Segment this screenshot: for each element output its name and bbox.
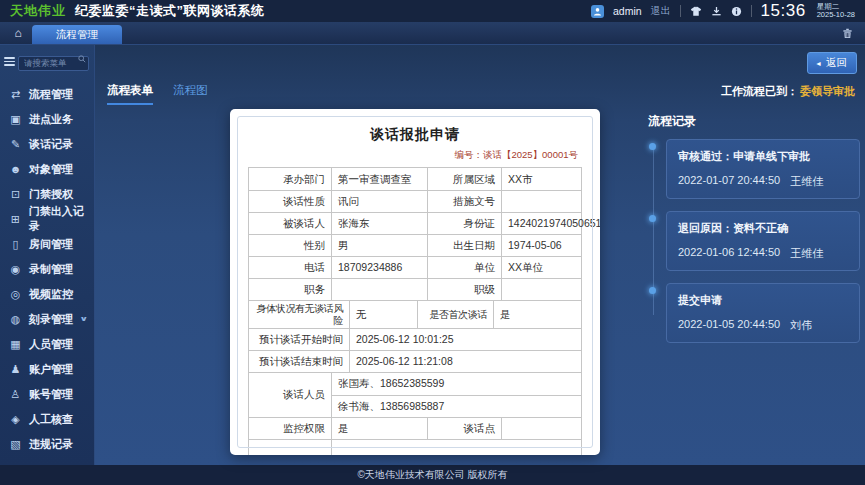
back-button[interactable]: ◄ 返回 xyxy=(807,52,857,74)
sidebar-item-violation-records[interactable]: ▧违规记录 xyxy=(0,432,94,457)
record-operator: 王维佳 xyxy=(790,246,823,261)
content-header: ◄ 返回 xyxy=(95,45,865,77)
sidebar-item-label: 账户管理 xyxy=(29,362,73,377)
sidebar-item-video-surveillance[interactable]: ◎视频监控 xyxy=(0,282,94,307)
system-title: 纪委监委“走读式”联网谈话系统 xyxy=(75,2,265,20)
search-icon xyxy=(78,55,86,63)
sidebar-item-account-number-management[interactable]: ♙账号管理 xyxy=(0,382,94,407)
divider xyxy=(751,5,752,17)
form-cell-label: 预计谈话结束时间 xyxy=(249,351,349,372)
table-row: 职务职级 xyxy=(249,278,581,300)
form-cell-value xyxy=(501,418,581,439)
username[interactable]: admin xyxy=(613,5,642,17)
sidebar-search-row xyxy=(0,45,94,79)
form-cell-label: 谈话人员 xyxy=(249,373,331,417)
header-right: admin 退出 15:36 星期二 2025-10-28 xyxy=(591,1,855,21)
chevron-down-icon: ∨ xyxy=(80,315,89,323)
app-window: 天地伟业 纪委监委“走读式”联网谈话系统 admin 退出 15:36 星期二 … xyxy=(0,0,865,485)
tab-process-management[interactable]: 流程管理 xyxy=(32,25,122,44)
form-cell-label: 措施文号 xyxy=(427,191,501,212)
divider xyxy=(680,5,681,17)
sidebar-item-access-in-out-records[interactable]: ⊞门禁出入记录 xyxy=(0,207,94,232)
process-record-card: 提交申请2022-01-05 20:44:50刘伟 xyxy=(666,283,860,343)
tab-process-form[interactable]: 流程表单 xyxy=(107,83,153,105)
form-cell-values: 张国寿、18652385599徐书海、13856985887 xyxy=(331,373,581,417)
clear-tabs-trash-icon[interactable] xyxy=(842,28,853,39)
sidebar-item-recording-management[interactable]: ◉录制管理 xyxy=(0,257,94,282)
form-cell-value xyxy=(249,440,331,455)
sidebar-item-label: 人工核查 xyxy=(29,412,73,427)
table-row: 监控权限是谈话点 xyxy=(249,417,581,439)
sidebar-item-label: 账号管理 xyxy=(29,387,73,402)
form-cell-value: 徐书海、13856985887 xyxy=(332,395,581,417)
copyright-text: ©天地伟业技术有限公司 版权所有 xyxy=(357,468,507,482)
sidebar-item-entry-business[interactable]: ▣进点业务 xyxy=(0,107,94,132)
process-record-list: 审核通过：申请单线下审批2022-01-07 20:44:50王维佳退回原因：资… xyxy=(648,139,860,343)
form-cell-label: 承办部门 xyxy=(249,168,331,190)
sidebar-item-disc-burning-management[interactable]: ◍刻录管理∨ xyxy=(0,307,94,332)
record-text: 退回原因：资料不正确 xyxy=(678,221,848,236)
form-cell-value: XX市 xyxy=(501,168,581,190)
sidebar-item-interview-records[interactable]: ✎谈话记录 xyxy=(0,132,94,157)
sidebar-item-personnel-management[interactable]: ▦人员管理 xyxy=(0,332,94,357)
record-time: 2022-01-06 12:44:50 xyxy=(678,246,780,261)
table-row: 承办部门第一审查调查室所属区域XX市 xyxy=(249,168,581,190)
collapse-menu-icon[interactable] xyxy=(4,57,15,66)
table-row: 预计谈话开始时间2025-06-12 10:01:25 xyxy=(249,328,581,350)
disc-burning-management-icon: ◍ xyxy=(9,313,22,326)
form-cell-label: 被谈话人 xyxy=(249,213,331,234)
video-surveillance-icon: ◎ xyxy=(9,288,22,301)
workflow-label: 工作流程已到： xyxy=(721,85,798,97)
timeline-dot-icon xyxy=(649,143,656,150)
violation-records-icon: ▧ xyxy=(9,438,22,451)
tab-process-diagram[interactable]: 流程图 xyxy=(173,83,208,105)
interview-approval-form: 谈话报批申请 编号：谈话【2025】00001号 承办部门第一审查调查室所属区域… xyxy=(230,109,600,455)
user-avatar-icon xyxy=(591,5,604,18)
process-record-title: 流程记录 xyxy=(648,113,860,130)
account-management-icon: ♟ xyxy=(9,363,22,376)
record-meta: 2022-01-05 20:44:50刘伟 xyxy=(678,318,848,333)
download-icon[interactable] xyxy=(711,6,722,17)
sidebar-item-label: 录制管理 xyxy=(29,262,73,277)
form-cell-label: 性别 xyxy=(249,235,331,256)
sidebar-item-subject-management[interactable]: ☻对象管理 xyxy=(0,157,94,182)
form-cell-value: 18709234886 xyxy=(331,257,427,278)
form-cell-value: 第一审查调查室 xyxy=(331,168,427,190)
record-text: 审核通过：申请单线下审批 xyxy=(678,149,848,164)
table-row: 性别男出生日期1974-05-06 xyxy=(249,234,581,256)
info-icon[interactable] xyxy=(731,6,742,17)
view-tabs: 流程表单 流程图 xyxy=(107,83,208,105)
access-in-out-records-icon: ⊞ xyxy=(9,213,22,226)
logout-link[interactable]: 退出 xyxy=(651,4,671,18)
form-cell-label: 身体状况有无谈话风险 xyxy=(249,301,349,328)
theme-shirt-icon[interactable] xyxy=(690,6,702,17)
form-cell-value: 1974-05-06 xyxy=(501,235,581,256)
form-title: 谈话报批申请 xyxy=(230,126,600,144)
personnel-management-icon: ▦ xyxy=(9,338,22,351)
timeline-dot-icon xyxy=(649,215,656,222)
sidebar-item-access-authorization[interactable]: ⊡门禁授权 xyxy=(0,182,94,207)
home-icon[interactable]: ⌂ xyxy=(6,22,30,44)
sidebar-item-label: 房间管理 xyxy=(29,237,73,252)
form-cell-value: 是 xyxy=(493,301,581,328)
sidebar-item-room-management[interactable]: ▯房间管理 xyxy=(0,232,94,257)
form-cell-value: 是 xyxy=(331,418,427,439)
form-cell-label: 谈话性质 xyxy=(249,191,331,212)
form-cell-label: 单位 xyxy=(427,257,501,278)
table-row: 被谈话人张海东身份证142402197405065122 xyxy=(249,212,581,234)
process-record-panel: 流程记录 审核通过：申请单线下审批2022-01-07 20:44:50王维佳退… xyxy=(648,113,860,465)
room-management-icon: ▯ xyxy=(9,238,22,251)
table-row: 电话18709234886单位XX单位 xyxy=(249,256,581,278)
sidebar-item-account-management[interactable]: ♟账户管理 xyxy=(0,357,94,382)
form-cell-value: 张海东 xyxy=(331,213,427,234)
sidebar: ⇄流程管理▣进点业务✎谈话记录☻对象管理⊡门禁授权⊞门禁出入记录▯房间管理◉录制… xyxy=(0,45,95,465)
table-row: 预计谈话结束时间2025-06-12 11:21:08 xyxy=(249,350,581,372)
process-record: 退回原因：资料不正确2022-01-06 12:44:50王维佳 xyxy=(666,211,860,271)
form-cell-value: 2025-06-12 11:21:08 xyxy=(349,351,581,372)
form-cell-value xyxy=(331,440,581,455)
sidebar-item-label: 违规记录 xyxy=(29,437,73,452)
sidebar-item-process-management[interactable]: ⇄流程管理 xyxy=(0,82,94,107)
sidebar-item-manual-verification[interactable]: ◈人工核查 xyxy=(0,407,94,432)
form-cell-label: 电话 xyxy=(249,257,331,278)
account-number-management-icon: ♙ xyxy=(9,388,22,401)
